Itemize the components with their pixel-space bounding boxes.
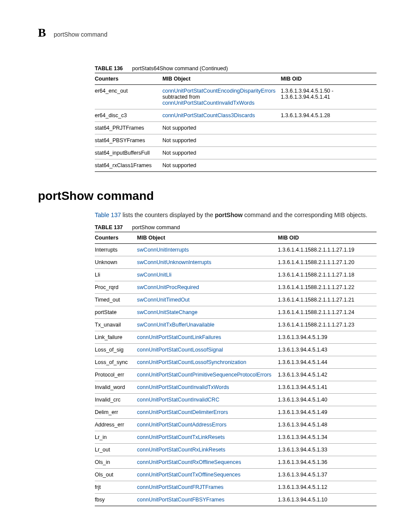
mib-object-link[interactable]: connUnitPortStatCountInvalidTxWords [162,100,255,106]
mib-object-cell: connUnitPortStatCountAddressErrors [137,419,278,431]
table-row: stat64_PRJTFramesNot supported [95,122,377,134]
mib-object-cell: connUnitPortStatCountClass3Discards [162,109,281,122]
table-137-caption-text: portShow command [132,224,180,230]
counter-cell: er64_enc_out [95,85,162,109]
mib-object-link[interactable]: swConnUnitProcRequired [137,284,199,290]
mib-object-link[interactable]: connUnitPortStatCountLossofSignal [137,347,223,353]
mib-object-link[interactable]: swConnUnitTimedOut [137,297,190,303]
counter-cell: er64_disc_c3 [95,109,162,122]
counter-cell: stat64_inputBuffersFull [95,147,162,159]
t137-h1: Counters [95,232,137,244]
table-row: Protocol_errconnUnitPortStatCountPrimiti… [95,369,377,381]
mib-object-cell: connUnitPortStatCountInvalidCRC [137,394,278,406]
mib-object-cell: Not supported [162,159,281,172]
mib-object-cell: swConnUnitUnknownInterrupts [137,256,278,269]
mib-object-link[interactable]: connUnitPortStatCountTxOfflineSequences [137,472,240,478]
mib-oid-cell: 1.3.6.1.3.94.4.5.1.36 [278,456,377,469]
table-row: Delim_errconnUnitPortStatCountDelimiterE… [95,406,377,419]
counter-cell: portState [95,306,137,319]
mib-object-link[interactable]: connUnitPortStatCountInvalidCRC [137,397,219,403]
table-row: stat64_rxClass1FramesNot supported [95,159,377,172]
mib-object-link[interactable]: connUnitPortStatCountAddressErrors [137,422,227,428]
mib-oid-cell: 1.3.6.1.3.94.4.5.1.39 [278,331,377,344]
counter-cell: Lr_out [95,444,137,456]
table-136-label: TABLE 136 [95,65,123,72]
table-row: Address_errconnUnitPortStatCountAddressE… [95,419,377,431]
mib-object-link[interactable]: swConnUnitStateChange [137,309,197,315]
counter-cell: stat64_PRJTFrames [95,122,162,134]
counter-cell: Lli [95,269,137,281]
mib-object-link[interactable]: connUnitPortStatCountInvalidTxWords [137,384,229,390]
mib-object-link[interactable]: connUnitPortStatCountLossofSynchronizati… [137,359,246,365]
mib-oid-cell: 1.3.6.1.4.1.1588.2.1.1.1.27.1.23 [278,319,377,331]
mib-object-link[interactable]: swConnUnitInterrupts [137,247,189,253]
counter-cell: Address_err [95,419,137,431]
mib-oid-cell: 1.3.6.1.4.1.1588.2.1.1.1.27.1.18 [278,269,377,281]
mib-oid-cell: 1.3.6.1.4.1.1588.2.1.1.1.27.1.20 [278,256,377,269]
mib-object-link[interactable]: connUnitPortStatCountPrimitiveSequencePr… [137,372,271,378]
counter-cell: Loss_of_sig [95,344,137,356]
mib-object-cell: connUnitPortStatCountFRJTFrames [137,481,278,494]
mib-object-cell: swConnUnitProcRequired [137,281,278,294]
mib-object-cell: connUnitPortStatCountInvalidTxWords [137,381,278,394]
table-row: Ols_inconnUnitPortStatCountRxOfflineSequ… [95,456,377,469]
mib-oid-cell: 1.3.6.1.3.94.4.5.1.42 [278,369,377,381]
mib-object-cell: Not supported [162,122,281,134]
mib-object-cell: swConnUnitStateChange [137,306,278,319]
t136-h1: Counters [95,73,162,85]
table-row: stat64_PBSYFramesNot supported [95,134,377,147]
mib-object-link[interactable]: swConnUnitUnknownInterrupts [137,259,211,265]
page-header: B portShow command [34,26,377,40]
mib-object-cell: connUnitPortStatCountLossofSignal [137,344,278,356]
mib-object-link[interactable]: connUnitPortStatCountFBSYFrames [137,497,224,503]
mib-oid-cell: 1.3.6.1.4.1.1588.2.1.1.1.27.1.19 [278,244,377,256]
mib-object-cell: connUnitPortStatCountPrimitiveSequencePr… [137,369,278,381]
mib-oid-cell: 1.3.6.1.4.1.1588.2.1.1.1.27.1.22 [278,281,377,294]
mib-object-link[interactable]: connUnitPortStatCountFRJTFrames [137,484,224,490]
mib-object-link[interactable]: swConnUnitLli [137,272,171,278]
mib-object-link[interactable]: swConnUnitTxBufferUnavailable [137,322,215,328]
mib-object-link[interactable]: connUnitPortStatCountEncodingDisparityEr… [162,88,276,94]
table-136-caption: TABLE 136 portStats64Show command (Conti… [95,65,377,72]
mib-object-cell: connUnitPortStatCountEncodingDisparityEr… [162,85,281,109]
table-row: LliswConnUnitLli1.3.6.1.4.1.1588.2.1.1.1… [95,269,377,281]
counter-cell: Unknown [95,256,137,269]
counter-cell: Tx_unavail [95,319,137,331]
counter-cell: Lr_in [95,431,137,444]
table-row: fbsyconnUnitPortStatCountFBSYFrames1.3.6… [95,494,377,506]
table-137-xref[interactable]: Table 137 [95,212,121,218]
mib-oid-cell: 1.3.6.1.3.94.4.5.1.44 [278,356,377,369]
counter-cell: Invalid_crc [95,394,137,406]
mib-object-cell: swConnUnitLli [137,269,278,281]
mib-object-cell: Not supported [162,147,281,159]
mib-object-link[interactable]: connUnitPortStatCountTxLinkResets [137,434,225,440]
t137-h2: MIB Object [137,232,278,244]
mib-object-link[interactable]: connUnitPortStatCountRxLinkResets [137,447,225,453]
table-row: Lr_inconnUnitPortStatCountTxLinkResets1.… [95,431,377,444]
mib-object-link[interactable]: connUnitPortStatCountClass3Discards [162,112,255,118]
table-row: Loss_of_sigconnUnitPortStatCountLossofSi… [95,344,377,356]
mib-object-cell: connUnitPortStatCountDelimiterErrors [137,406,278,419]
table-137-caption: TABLE 137 portShow command [95,224,377,230]
counter-cell: Invalid_word [95,381,137,394]
mib-object-link[interactable]: connUnitPortStatCountLinkFailures [137,334,221,340]
mib-object-cell: connUnitPortStatCountLinkFailures [137,331,278,344]
mib-oid-cell: 1.3.6.1.3.94.4.5.1.10 [278,494,377,506]
mib-oid-cell: 1.3.6.1.3.94.4.5.1.34 [278,431,377,444]
mib-oid-cell: 1.3.6.1.3.94.4.5.1.43 [278,344,377,356]
appendix-letter: B [38,26,46,40]
mib-object-link[interactable]: connUnitPortStatCountDelimiterErrors [137,409,228,415]
mib-oid-cell [281,134,377,147]
mib-oid-cell [281,159,377,172]
counter-cell: Loss_of_sync [95,356,137,369]
table-137: Counters MIB Object MIB OID Interruptssw… [95,232,377,506]
table-row: portStateswConnUnitStateChange1.3.6.1.4.… [95,306,377,319]
section-intro: Table 137 lists the counters displayed b… [95,211,377,219]
table-137-block: TABLE 137 portShow command Counters MIB … [95,224,377,506]
mib-oid-cell [281,122,377,134]
counter-cell: Protocol_err [95,369,137,381]
mib-oid-cell: 1.3.6.1.4.1.1588.2.1.1.1.27.1.24 [278,306,377,319]
counter-cell: fbsy [95,494,137,506]
mib-object-link[interactable]: connUnitPortStatCountRxOfflineSequences [137,459,241,465]
mib-oid-cell: 1.3.6.1.3.94.4.5.1.49 [278,406,377,419]
